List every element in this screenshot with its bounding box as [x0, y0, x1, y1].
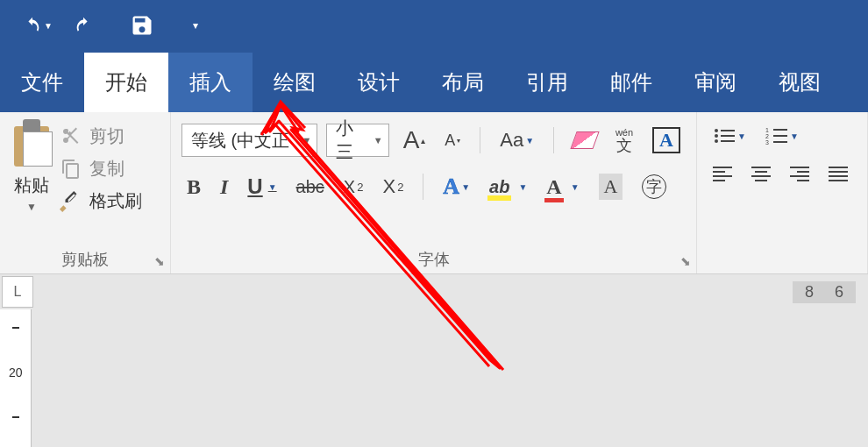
customize-qat-button[interactable]: ▾ [186, 16, 205, 35]
ruler-numbers: 8 6 [793, 281, 856, 303]
group-font: 等线 (中文正 ▼ 小三 ▼ A▴ A▾ Aa▼ [171, 112, 697, 273]
cut-button[interactable]: 剪切 [60, 124, 142, 148]
svg-rect-25 [829, 171, 848, 173]
align-left-icon [713, 165, 732, 182]
shrink-font-button[interactable]: A▾ [439, 128, 466, 153]
bullets-icon [713, 126, 736, 145]
svg-point-4 [715, 139, 718, 143]
tab-mailings[interactable]: 邮件 [589, 53, 673, 112]
superscript-button[interactable]: X2 [377, 172, 409, 202]
paste-button[interactable]: 粘贴 ▼ [11, 119, 53, 213]
svg-rect-24 [829, 167, 848, 168]
font-name-select[interactable]: 等线 (中文正 ▼ [181, 124, 317, 157]
vertical-ruler[interactable]: 20 [0, 309, 32, 447]
group-clipboard: 粘贴 ▼ 剪切 复制 [0, 112, 171, 273]
underline-button[interactable]: U▼ [242, 171, 281, 202]
separator [553, 127, 554, 153]
paste-icon [11, 119, 53, 170]
svg-rect-13 [713, 171, 725, 173]
tab-insert[interactable]: 插入 [168, 53, 253, 112]
phonetic-guide-button[interactable]: wén 文 [610, 124, 638, 157]
save-button[interactable] [123, 10, 161, 41]
dialog-launcher-icon[interactable]: ⬊ [154, 254, 165, 268]
align-justify-icon [829, 165, 848, 182]
group-label-paragraph [708, 266, 857, 270]
bold-button[interactable]: B [181, 172, 206, 202]
character-border-button[interactable]: A [647, 124, 686, 157]
ruler-area: L 8 6 [0, 274, 868, 309]
phonetic-icon: wén 文 [615, 128, 633, 153]
font-color-button[interactable]: A▼ [541, 172, 584, 202]
svg-rect-19 [755, 180, 767, 181]
svg-text:3: 3 [765, 139, 769, 145]
horizontal-ruler[interactable]: 8 6 [35, 274, 868, 309]
strikethrough-button[interactable]: abc [291, 174, 330, 201]
svg-point-0 [715, 129, 718, 132]
group-label-font: 字体 ⬊ [181, 245, 686, 270]
numbering-icon: 123 [765, 126, 788, 145]
enclosed-char-button[interactable]: 字 [637, 171, 672, 202]
svg-rect-16 [751, 167, 771, 168]
character-shading-button[interactable]: A [594, 170, 629, 203]
align-left-button[interactable] [708, 161, 737, 186]
align-right-button[interactable] [785, 161, 815, 186]
bullets-button[interactable]: ▼ [708, 123, 751, 149]
svg-rect-23 [797, 180, 809, 181]
copy-label: 复制 [89, 157, 125, 181]
text-effects-icon: A [443, 174, 459, 200]
tab-layout[interactable]: 布局 [421, 53, 505, 112]
tab-review[interactable]: 审阅 [673, 53, 758, 112]
save-icon [130, 13, 154, 38]
dropdown-caret-icon: ▼ [26, 201, 37, 213]
document-area[interactable] [32, 309, 868, 447]
svg-rect-22 [790, 175, 809, 177]
highlight-button[interactable]: ab▼ [484, 174, 532, 201]
grow-font-button[interactable]: A▴ [398, 123, 431, 158]
clear-formatting-button[interactable] [568, 128, 601, 153]
dialog-launcher-icon[interactable]: ⬊ [680, 254, 691, 268]
font-size-select[interactable]: 小三 ▼ [326, 124, 388, 157]
redo-icon [74, 16, 93, 35]
change-case-button[interactable]: Aa▼ [494, 125, 539, 155]
redo-button[interactable] [67, 12, 100, 39]
tab-draw[interactable]: 绘图 [253, 53, 337, 112]
scissors-icon [60, 125, 82, 148]
undo-icon [23, 16, 42, 35]
copy-icon [60, 158, 82, 181]
enclosed-char-icon: 字 [642, 174, 666, 199]
svg-rect-21 [797, 171, 809, 173]
tab-home[interactable]: 开始 [84, 53, 168, 112]
text-effects-button[interactable]: A▼ [438, 170, 475, 203]
undo-button[interactable]: ▼ [16, 12, 60, 39]
italic-button[interactable]: I [215, 172, 233, 202]
copy-button[interactable]: 复制 [60, 157, 142, 181]
format-painter-button[interactable]: 格式刷 [60, 189, 142, 213]
tab-file[interactable]: 文件 [0, 53, 84, 112]
align-center-icon [751, 165, 771, 182]
group-paragraph: ▼ 123 ▼ [697, 112, 868, 273]
font-size-value: 小三 [336, 117, 367, 164]
char-border-icon: A [652, 127, 680, 153]
paste-label: 粘贴 [14, 174, 49, 197]
svg-rect-9 [773, 135, 787, 137]
dropdown-caret-icon: ▼ [374, 135, 383, 145]
font-name-value: 等线 (中文正 [191, 129, 289, 153]
highlight-icon: ab [489, 177, 509, 197]
tab-view[interactable]: 视图 [758, 53, 842, 112]
svg-rect-14 [713, 175, 732, 177]
align-center-button[interactable] [746, 161, 776, 186]
font-color-icon: A [546, 175, 561, 199]
tab-design[interactable]: 设计 [337, 53, 421, 112]
align-justify-button[interactable] [823, 161, 853, 186]
customize-icon: ▾ [193, 19, 198, 32]
numbering-button[interactable]: 123 ▼ [760, 123, 804, 149]
svg-point-2 [715, 134, 718, 138]
tab-selector[interactable]: L [2, 276, 33, 308]
svg-text:2: 2 [765, 133, 769, 139]
tab-references[interactable]: 引用 [505, 53, 589, 112]
svg-rect-20 [790, 167, 809, 168]
cut-label: 剪切 [89, 124, 125, 148]
svg-rect-11 [773, 141, 787, 143]
svg-rect-1 [721, 130, 735, 131]
subscript-button[interactable]: X2 [338, 174, 369, 201]
